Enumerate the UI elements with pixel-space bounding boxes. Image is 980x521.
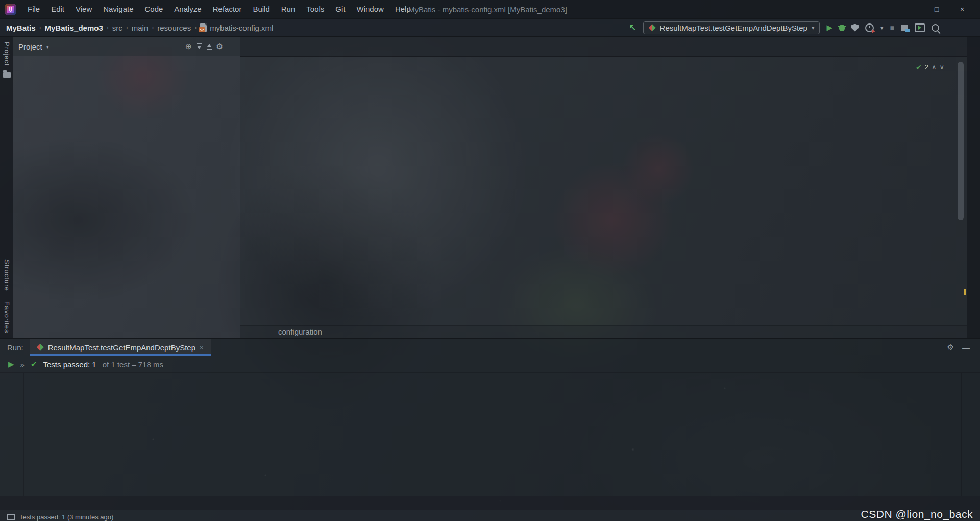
right-activity-bar (967, 37, 980, 338)
breadcrumb: MyBatis›MyBatis_demo3›src›main›resources… (6, 23, 273, 32)
breadcrumb-separator: › (107, 24, 109, 31)
menu-window[interactable]: Window (351, 0, 389, 18)
close-icon[interactable]: × (949, 0, 975, 18)
menu-git[interactable]: Git (330, 0, 351, 18)
breadcrumb-item[interactable]: MyBatis (6, 23, 36, 32)
breadcrumb-separator: › (194, 24, 197, 31)
menu-items: FileEditViewNavigateCodeAnalyzeRefactorB… (22, 0, 416, 18)
run-tab[interactable]: ResultMapTest.testGetEmpAndDeptByStep × (30, 339, 211, 356)
test-status-row: ▶ » ✔ Tests passed: 1 of 1 test – 718 ms (0, 356, 980, 373)
chevron-down-icon: ▾ (812, 25, 815, 31)
chevron-down-icon[interactable]: ▾ (880, 25, 884, 31)
debug-icon[interactable] (839, 25, 845, 31)
project-tree (13, 56, 240, 338)
intellij-logo-icon: IJ (5, 4, 16, 15)
xml-file-icon (200, 23, 207, 32)
tool-button-structure[interactable]: Structure (3, 254, 11, 296)
menu-edit[interactable]: Edit (45, 0, 70, 18)
next-problem-icon[interactable]: ∨ (939, 61, 944, 74)
tool-windows-icon[interactable] (901, 25, 908, 31)
tests-passed-detail: of 1 test – 718 ms (103, 360, 163, 369)
console-left-toolbar (0, 373, 24, 496)
left-activity-bar: ProjectStructureFavorites (0, 37, 13, 338)
breadcrumb-item[interactable]: resources (157, 23, 191, 32)
project-panel-header: Project ▾ ⊕ ⚙ — (13, 37, 240, 56)
close-icon[interactable]: × (200, 344, 204, 351)
coverage-icon[interactable] (851, 24, 859, 32)
run-label: Run: (0, 339, 30, 356)
run-tool-window: Run: ResultMapTest.testGetEmpAndDeptBySt… (0, 338, 980, 496)
status-message: Tests passed: 1 (3 minutes ago) (19, 513, 113, 521)
main-toolbar: MyBatis›MyBatis_demo3›src›main›resources… (0, 18, 980, 37)
minimize-icon[interactable]: — (898, 0, 924, 18)
gear-icon[interactable]: ⚙ (216, 42, 223, 51)
folder-icon[interactable] (3, 72, 11, 78)
locate-file-icon[interactable]: ⊕ (185, 42, 192, 51)
breadcrumb-separator: › (126, 24, 128, 31)
tool-window-toggle-icon[interactable] (7, 514, 15, 520)
breadcrumb-separator: › (152, 24, 154, 31)
stop-icon[interactable]: ■ (890, 23, 894, 32)
project-view-title[interactable]: Project (18, 42, 42, 51)
inspection-count: 2 (925, 61, 928, 74)
menu-build[interactable]: Build (247, 0, 275, 18)
menu-refactor[interactable]: Refactor (207, 0, 248, 18)
menu-bar: IJ FileEditViewNavigateCodeAnalyzeRefact… (0, 0, 980, 18)
breadcrumb-item[interactable]: MyBatis_demo3 (45, 23, 103, 32)
tests-passed-text: Tests passed: 1 (43, 360, 96, 369)
run-window-icon[interactable] (915, 23, 925, 32)
chevron-down-icon[interactable]: ▾ (46, 44, 49, 50)
gear-icon[interactable]: ⚙ (947, 343, 954, 352)
main-area: ProjectStructureFavorites Project ▾ ⊕ ⚙ … (0, 37, 980, 338)
status-message-group: Tests passed: 1 (3 minutes ago) (7, 513, 113, 521)
editor-breadcrumb[interactable]: configuration (240, 325, 967, 338)
menu-view[interactable]: View (70, 0, 97, 18)
project-panel: Project ▾ ⊕ ⚙ — (13, 37, 240, 338)
menu-code[interactable]: Code (139, 0, 168, 18)
menu-tools[interactable]: Tools (301, 0, 330, 18)
hide-panel-icon[interactable]: — (227, 42, 235, 51)
prev-problem-icon[interactable]: ∧ (932, 61, 937, 74)
toolbar-icons: ▶▾■ (826, 23, 939, 32)
expand-all-icon[interactable] (196, 43, 202, 50)
profiler-icon[interactable] (865, 23, 874, 32)
console-output (24, 373, 961, 496)
run-icon[interactable]: ▶ (826, 23, 832, 32)
run-panel-header: Run: ResultMapTest.testGetEmpAndDeptBySt… (0, 339, 980, 356)
inspections-widget[interactable]: ✔ 2 ∧ ∨ (916, 61, 944, 74)
check-icon: ✔ (916, 61, 922, 74)
run-configuration-select[interactable]: ResultMapTest.testGetEmpAndDeptByStep ▾ (643, 21, 820, 34)
breadcrumb-item[interactable]: main (132, 23, 149, 32)
code-editor[interactable]: ✔ 2 ∧ ∨ (240, 57, 967, 325)
back-arrow-icon[interactable]: ↖ (629, 22, 636, 33)
search-icon[interactable] (932, 24, 939, 32)
console-right-toolbar (961, 373, 980, 496)
breadcrumb-item[interactable]: mybatis-config.xml (200, 23, 273, 32)
watermark: CSDN @lion_no_back (861, 508, 973, 520)
menu-run[interactable]: Run (276, 0, 301, 18)
hide-panel-icon[interactable]: — (962, 343, 970, 352)
editor-scrollbar[interactable] (958, 62, 964, 220)
tool-button-project[interactable]: Project (3, 37, 11, 71)
breadcrumb-item[interactable]: src (112, 23, 122, 32)
tool-window-bar (0, 496, 980, 510)
menu-file[interactable]: File (22, 0, 45, 18)
editor-area: ✔ 2 ∧ ∨ configuration (240, 37, 967, 338)
editor-tab-bar (240, 37, 967, 57)
run-panel-tools: ⚙ — (947, 339, 980, 356)
tests-passed-icon: ✔ (31, 360, 37, 369)
double-chevron-icon[interactable]: » (20, 360, 24, 369)
menu-navigate[interactable]: Navigate (97, 0, 139, 18)
run-panel-body (0, 373, 980, 496)
warning-stripe-mark[interactable] (964, 289, 966, 295)
breadcrumb-separator: › (39, 24, 41, 31)
run-toolbar: ↖ ResultMapTest.testGetEmpAndDeptByStep … (629, 21, 974, 34)
run-configuration-label: ResultMapTest.testGetEmpAndDeptByStep (660, 23, 807, 32)
collapse-all-icon[interactable] (206, 43, 212, 50)
maximize-icon[interactable]: □ (924, 0, 949, 18)
menu-analyze[interactable]: Analyze (168, 0, 207, 18)
run-icon[interactable]: ▶ (8, 360, 14, 369)
ide-window: IJ FileEditViewNavigateCodeAnalyzeRefact… (0, 0, 980, 521)
test-config-icon (649, 24, 656, 31)
tool-button-favorites[interactable]: Favorites (3, 296, 11, 338)
